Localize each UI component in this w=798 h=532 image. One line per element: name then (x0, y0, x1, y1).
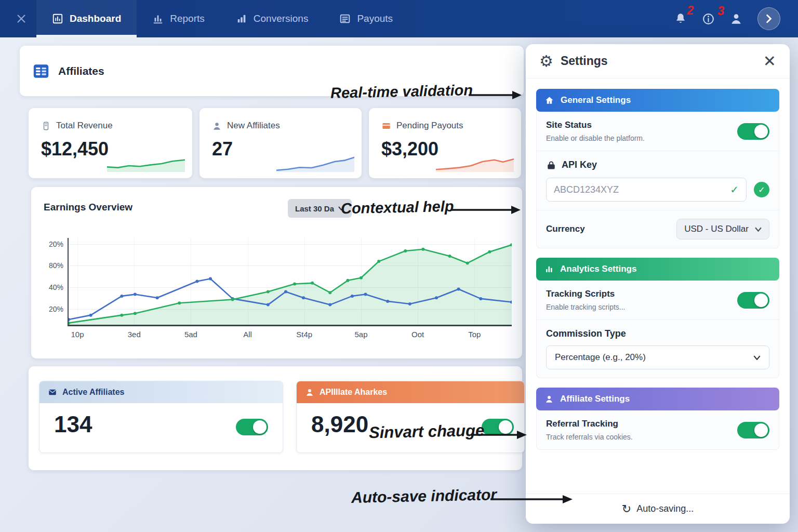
annotation-realtime-validation: Real-time validation (330, 82, 473, 102)
y-axis-tick: 80% (36, 261, 63, 270)
active-affiliates-toggle[interactable] (236, 419, 268, 435)
section-title: General Settings (561, 95, 631, 105)
affiliate-settings-section: Affiliate Settings Referral Tracking Tra… (536, 388, 779, 450)
bottom-cards-panel: Active Affiliates 134 APIIllate Aharkes … (29, 366, 522, 470)
notifications-bell-icon[interactable]: 2 (674, 12, 687, 25)
y-axis-tick: 20% (36, 240, 63, 248)
site-status-row: Site Status Enable or disable the platfo… (537, 112, 779, 151)
earnings-chart-plot: 20%80%40%20%10p3ed5adAllSt4p5apOotTop (68, 238, 512, 326)
conversions-icon (236, 13, 247, 24)
stat-card-total-revenue: Total Revenue $12,450 (29, 108, 192, 178)
profile-button[interactable] (757, 7, 780, 30)
affiliates-group-icon (48, 388, 57, 397)
revenue-icon (41, 121, 51, 131)
settings-panel-header: ⚙ Settings ✕ (526, 44, 790, 78)
x-axis-tick: 10p (71, 330, 84, 339)
api-key-label: API Key (562, 159, 597, 170)
tracking-scripts-label: Tracking Scripts (546, 289, 626, 299)
payout-card-icon (381, 121, 391, 131)
nav-item-payouts[interactable]: Payouts (324, 0, 408, 37)
commission-type-label: Commission Type (546, 328, 769, 339)
settings-close-icon[interactable]: ✕ (763, 54, 776, 69)
date-range-label: Last 30 Da (295, 204, 334, 213)
mini-card-title: Active Affiliates (62, 388, 124, 397)
site-status-toggle[interactable] (737, 123, 769, 140)
chevron-down-icon (753, 355, 761, 360)
x-axis-tick: St4p (296, 330, 312, 339)
mini-card-value: 8,920 (311, 411, 368, 437)
settings-panel: ⚙ Settings ✕ General Settings Site Statu… (526, 44, 790, 524)
chevron-down-icon (755, 227, 762, 232)
gear-icon: ⚙ (539, 54, 553, 69)
x-axis-tick: Top (468, 330, 481, 339)
affiliate-shares-card: APIIllate Aharkes 8,920 (296, 381, 525, 453)
api-key-row: API Key ABCD1234XYZ ✓ ✓ (537, 151, 779, 210)
section-title: Analytics Settings (560, 264, 636, 274)
nav-items: Dashboard Reports Conversions Payouts (36, 0, 408, 37)
x-axis-tick: All (243, 330, 252, 339)
currency-select[interactable]: USD - US Dollar (676, 219, 769, 240)
mini-card-title: APIIllate Aharkes (320, 388, 387, 397)
annotation-smart-change: Sinvart chauge (369, 421, 485, 443)
annotation-autosave-indicator: Auto-save indicator (351, 486, 497, 507)
x-axis-tick: 3ed (128, 330, 141, 339)
analytics-settings-header: Analytics Settings (536, 258, 779, 281)
new-affiliates-sparkline (276, 151, 354, 172)
validation-check-icon: ✓ (754, 182, 769, 197)
annotation-arrow (451, 204, 521, 216)
info-icon[interactable]: 3 (702, 12, 715, 25)
bell-badge: 2 (687, 4, 694, 18)
stat-card-pending-payouts: Pending Payouts $3,200 (369, 108, 521, 178)
nav-close-icon[interactable] (16, 13, 27, 24)
settings-title: Settings (561, 54, 608, 68)
general-settings-section: General Settings Site Status Enable or d… (536, 89, 779, 248)
stat-card-new-affiliates: New Affiliates 27 (200, 108, 362, 178)
lock-icon (546, 160, 556, 170)
nav-item-conversions[interactable]: Conversions (220, 0, 324, 37)
site-status-desc: Enable or disable the platform. (546, 134, 645, 142)
analytics-icon (544, 264, 554, 274)
y-axis-tick: 40% (36, 283, 63, 291)
reports-icon (152, 13, 164, 24)
commission-type-row: Commission Type Percentage (e.g., 20%) (537, 320, 779, 378)
x-axis-tick: 5ad (184, 330, 197, 339)
stat-label: Pending Payouts (396, 121, 463, 131)
nav-item-reports[interactable]: Reports (137, 0, 220, 37)
nav-item-label: Reports (170, 13, 205, 24)
api-key-input[interactable]: ABCD1234XYZ ✓ (546, 178, 747, 202)
referral-tracking-desc: Track referrals via cookies. (546, 433, 633, 441)
nav-item-dashboard[interactable]: Dashboard (36, 0, 137, 37)
nav-item-label: Payouts (357, 13, 393, 24)
person-icon (544, 394, 554, 404)
info-badge: 3 (717, 4, 724, 18)
commission-type-select[interactable]: Percentage (e.g., 20%) (546, 345, 769, 369)
affiliate-settings-header: Affiliate Settings (536, 388, 779, 410)
annotation-arrow (490, 493, 573, 506)
section-title: Affiliate Settings (560, 394, 630, 404)
referral-tracking-label: Referral Tracking (546, 419, 633, 429)
nav-item-label: Conversions (254, 13, 309, 24)
tracking-scripts-desc: Enable tracking scripts... (546, 303, 626, 311)
person-icon (212, 121, 222, 131)
user-icon[interactable] (729, 12, 743, 25)
active-affiliates-card: Active Affiliates 134 (39, 381, 283, 453)
autosave-text: Auto-saving... (636, 503, 694, 514)
stats-row: Total Revenue $12,450 New Affiliates 27 … (29, 108, 521, 178)
person-icon (305, 388, 314, 397)
earnings-title: Earnings Overview (44, 202, 132, 213)
site-status-label: Site Status (546, 120, 645, 130)
home-icon (544, 96, 554, 105)
referral-tracking-toggle[interactable] (737, 422, 769, 438)
x-axis-tick: 5ap (354, 330, 367, 339)
stat-label: New Affiliates (227, 121, 280, 131)
dashboard-icon (52, 13, 63, 24)
revenue-sparkline (107, 151, 185, 172)
nav-right-cluster: 2 3 (674, 0, 780, 37)
commission-type-value: Percentage (e.g., 20%) (555, 352, 646, 363)
affiliates-list-icon (32, 62, 50, 80)
tracking-scripts-toggle[interactable] (737, 292, 769, 309)
x-axis-tick: Oot (411, 330, 424, 339)
nav-item-label: Dashboard (70, 13, 121, 24)
spinner-icon: ↻ (622, 502, 631, 516)
analytics-settings-section: Analytics Settings Tracking Scripts Enab… (536, 258, 779, 378)
